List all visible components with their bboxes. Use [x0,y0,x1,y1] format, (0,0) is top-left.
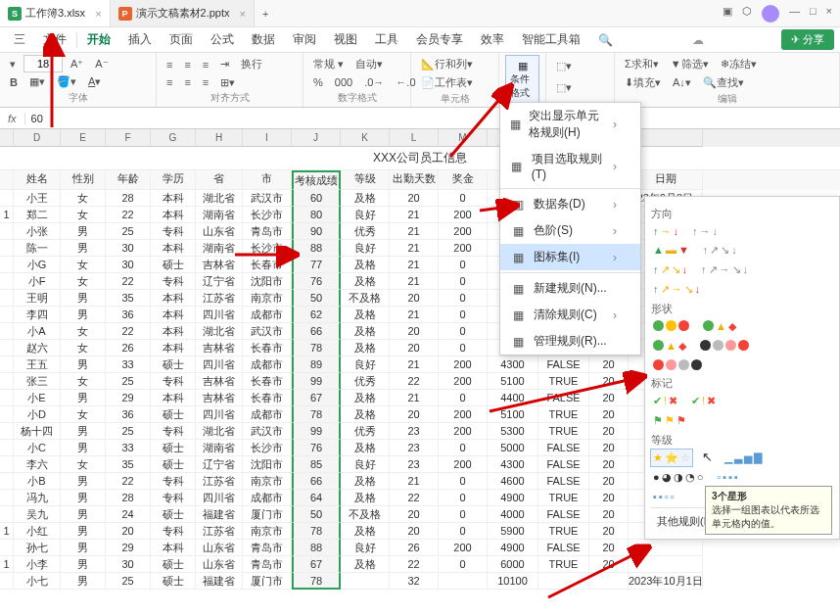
menu-member[interactable]: 会员专享 [408,27,471,52]
cell[interactable]: 33 [106,356,151,373]
cell[interactable]: 29 [106,540,151,556]
cell[interactable]: 78 [292,406,341,423]
cell[interactable]: 专科 [151,473,196,490]
cell[interactable]: 80 [292,207,341,223]
cell[interactable]: 辽宁省 [196,456,243,473]
cell[interactable]: 0 [439,323,488,340]
style-button[interactable]: ⬚▾ [552,79,576,96]
menu-file[interactable]: 文件 [35,27,74,52]
cell[interactable]: 21 [390,223,439,240]
cell[interactable]: 王明 [14,290,61,307]
cell[interactable]: 78 [292,340,341,356]
cell[interactable]: 及格 [341,190,390,207]
cell[interactable] [0,456,14,473]
menu-page[interactable]: 页面 [162,27,201,52]
cell[interactable]: 女 [61,207,106,223]
cell[interactable] [0,373,14,390]
cell[interactable] [0,323,14,340]
add-tab-button[interactable]: + [255,8,276,20]
cell[interactable]: 0 [439,473,488,490]
cell[interactable]: 赵六 [14,340,61,356]
cell[interactable] [0,307,14,323]
cell[interactable]: 女 [61,340,106,356]
cell[interactable]: 20 [589,440,629,456]
cell[interactable]: 78 [292,573,341,590]
cell[interactable] [0,573,14,590]
cell[interactable]: 20 [589,423,629,440]
cell[interactable] [629,540,703,556]
decrease-font[interactable]: A⁻ [91,56,112,72]
format-button[interactable]: ⬚▾ [552,58,576,74]
cell[interactable]: 78 [292,523,341,540]
iconset-3symbols[interactable]: ✔!✖ [689,393,718,409]
cell[interactable]: 硕士 [151,456,196,473]
cell[interactable]: 20 [589,456,629,473]
cell[interactable]: 20 [390,290,439,307]
filter-button[interactable]: ▼筛选▾ [667,55,713,73]
iconset-3triangles[interactable]: ▲▬▼ [651,242,691,259]
cell[interactable]: 小B [14,473,61,490]
cell[interactable]: 四川省 [196,356,243,373]
cell[interactable]: 男 [61,307,106,323]
cell[interactable]: 20 [589,556,629,573]
header-cell[interactable]: 姓名 [14,170,61,190]
cell[interactable]: 99 [292,423,341,440]
iconset-3signs[interactable]: ▲◆ [701,318,738,335]
cell[interactable]: 5100 [488,373,538,390]
cell[interactable]: 28 [106,190,151,207]
cell[interactable]: 孙七 [14,540,61,556]
tab-presentation[interactable]: P 演示文稿素材2.pptx × [111,0,255,26]
header-cell[interactable] [0,170,14,190]
cell[interactable]: 21 [390,240,439,257]
cell[interactable]: 76 [292,273,341,290]
cell[interactable]: 专科 [151,423,196,440]
cell[interactable]: 湖南省 [196,207,243,223]
iconset-4shapes[interactable] [651,357,704,372]
col-header[interactable]: F [106,129,151,147]
cell[interactable]: 0 [439,290,488,307]
align-left[interactable]: ≡ [163,74,176,90]
cell[interactable]: 男 [61,540,106,556]
cell[interactable]: 良好 [341,240,390,257]
fx-label[interactable]: fx [0,113,25,124]
iconset-3arrows-gray[interactable]: ↑→↓ [690,223,720,239]
cell[interactable]: 男 [61,506,106,523]
cell[interactable]: 50 [292,506,341,523]
cell[interactable]: 小王 [14,190,61,207]
cell[interactable]: 200 [439,456,488,473]
color-scales-item[interactable]: ▦色阶(S)› [500,217,640,244]
header-cell[interactable]: 年龄 [106,170,151,190]
cell[interactable]: TRUE [538,406,589,423]
iconset-4circles[interactable] [698,338,751,355]
cell[interactable]: 成都市 [243,356,292,373]
cell[interactable]: 吉林省 [196,373,243,390]
menu-insert[interactable]: 插入 [120,27,160,52]
cell[interactable]: 21 [390,273,439,290]
cell[interactable]: 沈阳市 [243,456,292,473]
close-icon[interactable]: × [95,8,101,20]
cell[interactable]: 本科 [151,240,196,257]
cell[interactable]: 专科 [151,490,196,506]
cell[interactable]: 66 [292,473,341,490]
cell[interactable]: 35 [106,456,151,473]
cell[interactable]: 女 [61,323,106,340]
col-header[interactable]: K [341,129,390,147]
cell[interactable]: 长沙市 [243,240,292,257]
cell[interactable] [0,490,14,506]
cell[interactable]: 67 [292,390,341,406]
cell[interactable]: 吉林省 [196,390,243,406]
number-format[interactable]: 常规 ▾ [309,55,348,73]
cell[interactable]: 硕士 [151,556,196,573]
cell[interactable] [0,506,14,523]
cell[interactable]: 20 [390,406,439,423]
cell[interactable]: 50 [292,290,341,307]
minimize-button[interactable]: — [789,5,800,23]
cell[interactable]: 硕士 [151,440,196,456]
cell[interactable]: 男 [61,440,106,456]
cell[interactable]: 女 [61,257,106,273]
cell[interactable]: 吉林省 [196,257,243,273]
cell[interactable]: 女 [61,273,106,290]
cell[interactable]: 29 [106,390,151,406]
cell[interactable]: 长春市 [243,340,292,356]
cell[interactable]: 25 [106,573,151,590]
